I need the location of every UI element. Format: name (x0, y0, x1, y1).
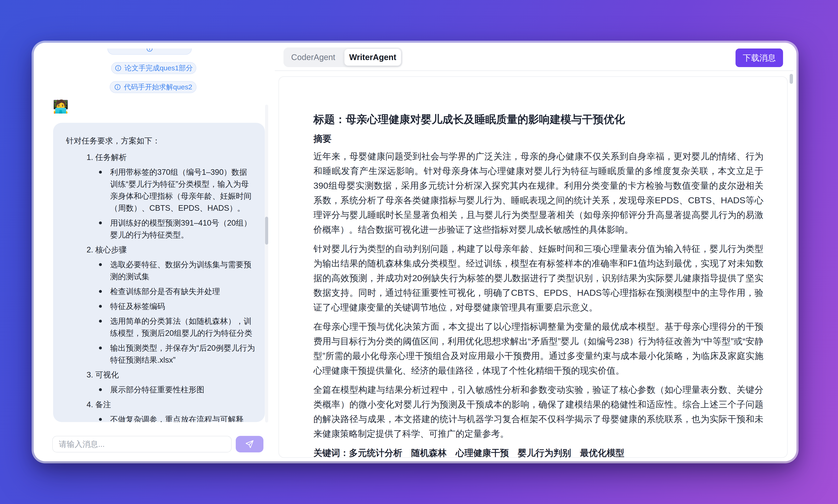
document-scrollbar-thumb[interactable] (790, 74, 793, 84)
header-divider (275, 70, 793, 71)
tab-coderagent[interactable]: CoderAgent (285, 49, 342, 66)
status-chip[interactable]: 代码手开始求解ques2 (110, 81, 196, 93)
chat-panel: 论文手完成ques1部分 代码手开始求解ques2 🧑‍💻 针对任务要求，方案如… (34, 43, 278, 461)
app-window: 论文手完成ques1部分 代码手开始求解ques2 🧑‍💻 针对任务要求，方案如… (34, 43, 797, 461)
status-chip-clipped (107, 49, 192, 55)
status-chip-partial[interactable] (107, 49, 192, 55)
message-numbered-item: 1. 任务解析 (87, 151, 255, 163)
status-chip[interactable]: 论文手完成ques1部分 (111, 62, 196, 74)
document-title: 标题：母亲心理健康对婴儿成长及睡眠质量的影响建模与干预优化 (313, 112, 764, 127)
tab-writeragent[interactable]: WriterAgent (344, 49, 401, 66)
info-icon (146, 49, 153, 52)
message-numbered-item: 2. 核心步骤 (87, 244, 255, 256)
message-bullet-item: 选取必要特征、数据分为训练集与需要预测的测试集 (97, 258, 255, 283)
message-bullet-item: 展示部分特征重要性柱形图 (97, 384, 255, 396)
message-intro: 针对任务要求，方案如下： (66, 135, 255, 147)
info-icon (115, 65, 122, 72)
message-input[interactable] (52, 436, 232, 452)
message-bullet-item: 用训练好的模型预测391–410号（20组）婴儿的行为特征类型。 (97, 217, 255, 241)
send-button[interactable] (236, 436, 263, 452)
download-messages-button[interactable]: 下载消息 (736, 49, 783, 67)
assistant-message-bubble: 针对任务要求，方案如下： 1. 任务解析 利用带标签的370组（编号1–390）… (53, 123, 265, 422)
message-bullet-item: 输出预测类型，并保存为“后20例婴儿行为特征预测结果.xlsx” (97, 342, 255, 366)
abstract-paragraph: 在母亲心理干预与优化决策方面，本文提出了以心理指标调整量为变量的最优成本模型。基… (313, 319, 764, 378)
info-icon (114, 84, 121, 91)
message-input-row (52, 436, 263, 452)
status-chip-label: 论文手完成ques1部分 (124, 64, 193, 73)
desktop-background: 论文手完成ques1部分 代码手开始求解ques2 🧑‍💻 针对任务要求，方案如… (0, 0, 838, 504)
message-bullet-item: 不做复杂调参，重点放在流程与可解释性。 (97, 413, 255, 422)
message-bullet-item: 选用简单的分类算法（如随机森林），训练模型，预测后20组婴儿的行为特征分类 (97, 315, 255, 339)
message-numbered-item: 4. 备注 (87, 398, 255, 411)
chat-scrollbar-thumb[interactable] (265, 217, 268, 245)
message-numbered-item: 3. 可视化 (87, 369, 255, 381)
agent-tabs: CoderAgent WriterAgent (284, 48, 403, 67)
paper-plane-icon (245, 439, 254, 449)
abstract-paragraph: 全篇在模型构建与结果分析过程中，引入敏感性分析和参数变动实验，验证了核心参数（如… (313, 382, 764, 441)
message-bullet-item: 检查训练部分是否有缺失并处理 (97, 285, 255, 298)
message-bullet-item: 特征及标签编码 (97, 300, 255, 312)
assistant-avatar: 🧑‍💻 (53, 100, 69, 113)
abstract-label: 摘要 (313, 132, 764, 145)
document-panel: 标题：母亲心理健康对婴儿成长及睡眠质量的影响建模与干预优化 摘要 近年来，母婴健… (278, 76, 788, 458)
abstract-paragraph: 近年来，母婴健康问题受到社会与学界的广泛关注，母亲的身心健康不仅关系到自身幸福，… (313, 149, 764, 237)
abstract-paragraph: 针对婴儿行为类型的自动判别问题，构建了以母亲年龄、妊娠时间和三项心理量表分值为输… (313, 241, 764, 315)
message-bullet-item: 利用带标签的370组（编号1–390）数据训练“婴儿行为特征”分类模型，输入为母… (97, 166, 255, 214)
keywords-line: 关键词：多元统计分析 随机森林 心理健康干预 婴儿行为判别 最优化模型 (313, 446, 764, 458)
status-chip-label: 代码手开始求解ques2 (124, 82, 192, 92)
chat-scrollbar-track (265, 105, 268, 422)
